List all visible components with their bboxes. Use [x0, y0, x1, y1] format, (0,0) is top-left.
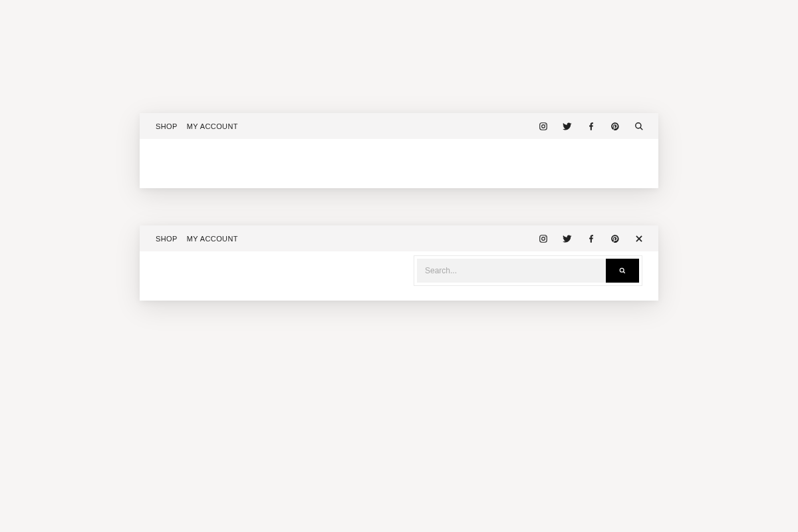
header-body — [140, 139, 658, 188]
nav-right — [539, 122, 644, 131]
header-body — [140, 251, 658, 301]
svg-point-6 — [542, 237, 545, 240]
svg-line-4 — [640, 127, 643, 130]
nav-right — [539, 234, 644, 243]
search-box — [414, 255, 642, 286]
pinterest-icon[interactable] — [610, 234, 620, 243]
twitter-icon[interactable] — [563, 234, 572, 243]
nav-shop[interactable]: SHOP — [156, 122, 178, 130]
pinterest-icon[interactable] — [610, 122, 620, 131]
svg-point-7 — [545, 236, 546, 237]
nav-left: SHOP MY ACCOUNT — [156, 122, 238, 130]
nav-left: SHOP MY ACCOUNT — [156, 235, 238, 243]
svg-point-1 — [542, 124, 545, 128]
instagram-icon[interactable] — [539, 122, 548, 131]
nav-my-account[interactable]: MY ACCOUNT — [187, 122, 238, 130]
search-submit-button[interactable] — [606, 259, 639, 283]
topbar: SHOP MY ACCOUNT — [140, 225, 658, 251]
svg-rect-5 — [540, 235, 547, 242]
svg-point-2 — [545, 124, 546, 124]
svg-rect-0 — [540, 122, 547, 130]
topbar: SHOP MY ACCOUNT — [140, 113, 658, 139]
svg-point-3 — [636, 122, 641, 128]
close-icon[interactable] — [634, 234, 644, 243]
search-input[interactable] — [417, 259, 606, 283]
header-card-closed: SHOP MY ACCOUNT — [140, 113, 658, 188]
header-card-open: SHOP MY ACCOUNT — [140, 225, 658, 301]
search-icon[interactable] — [634, 122, 644, 131]
nav-shop[interactable]: SHOP — [156, 235, 178, 243]
facebook-icon[interactable] — [587, 234, 596, 243]
instagram-icon[interactable] — [539, 234, 548, 243]
svg-line-11 — [623, 271, 625, 273]
svg-point-10 — [620, 268, 624, 272]
facebook-icon[interactable] — [587, 122, 596, 131]
nav-my-account[interactable]: MY ACCOUNT — [187, 235, 238, 243]
twitter-icon[interactable] — [563, 122, 572, 131]
